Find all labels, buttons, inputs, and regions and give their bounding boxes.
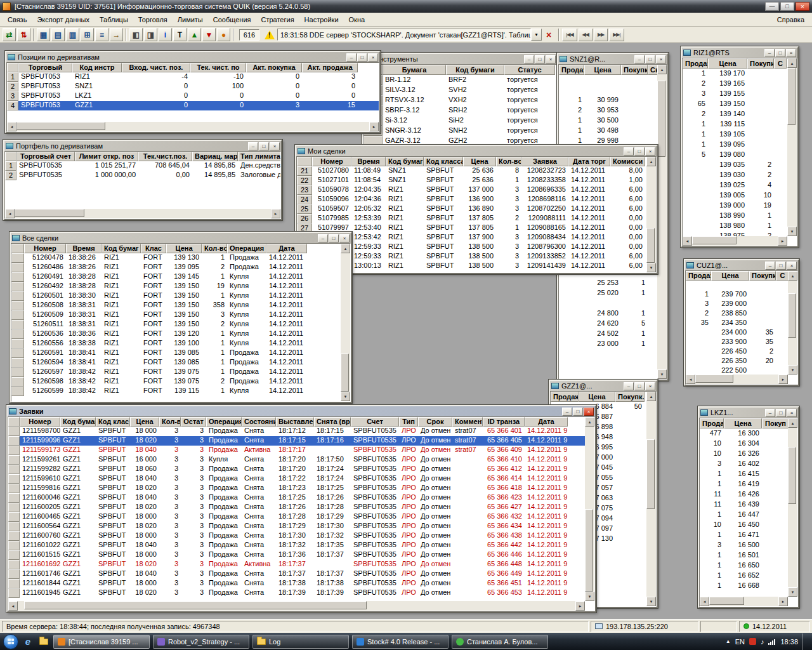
vertical-scrollbar[interactable]: ▴ ▾	[657, 65, 667, 379]
maximize-button[interactable]: □	[259, 142, 269, 150]
alert-dropdown-button[interactable]: ▾	[531, 29, 542, 41]
column-header[interactable]: Тип	[399, 417, 418, 427]
minimize-button[interactable]: –	[248, 142, 258, 150]
column-header[interactable]: Операция	[206, 417, 242, 427]
column-header[interactable]: Кол-в	[159, 417, 181, 427]
table-row[interactable]: 316 402	[700, 459, 788, 469]
column-header[interactable]: Заявка	[521, 157, 568, 166]
taskbar-button-quik[interactable]: [Стаснислав 39159 ...	[53, 635, 150, 649]
table-row[interactable]: 116 447	[700, 510, 788, 520]
column-header[interactable]: Покупк.	[615, 392, 645, 402]
maximize-button[interactable]: □	[329, 234, 339, 242]
table-row[interactable]: 1SPBFUT05351 015 251,77708 645,0414 895,…	[5, 161, 280, 171]
column-header[interactable]: Цена	[130, 417, 159, 427]
table-row[interactable]: 24 6205	[559, 319, 657, 329]
horizontal-scrollbar[interactable]: ◂ ▸	[8, 601, 585, 611]
scroll-right-button[interactable]: ▸	[778, 597, 788, 606]
table-row[interactable]: 1211600760GZZ1SPBFUT18 00033ПродажаСнята…	[8, 531, 585, 541]
menu-connection[interactable]: Связь	[3, 14, 32, 25]
window-titlebar[interactable]: GZZ1@... – □ ×	[550, 381, 657, 391]
table-row[interactable]: 5126050918:38:31RIZ1FORT139 1503Купля14.…	[11, 310, 341, 320]
menu-limits[interactable]: Лимиты	[173, 14, 208, 25]
chart-icon[interactable]: ◨	[144, 28, 157, 41]
table-row[interactable]: 5126049218:38:28RIZ1FORT139 15019Купля14…	[11, 282, 341, 291]
table-row[interactable]: 1211601945GZZ1SPBFUT18 02033ПродажаСнята…	[8, 588, 585, 598]
nav-last-button[interactable]: ▶▶|	[609, 29, 624, 41]
network-icon[interactable]	[768, 639, 776, 645]
close-button[interactable]: ×	[368, 53, 378, 62]
table-row[interactable]	[559, 349, 657, 359]
scroll-right-button[interactable]: ▸	[369, 122, 379, 131]
nav-first-button[interactable]: |◀◀	[562, 29, 577, 41]
table-row[interactable]: 5126059718:38:42RIZ1FORT139 0751Продажа1…	[11, 368, 341, 377]
maximize-button[interactable]: □	[776, 409, 786, 417]
scroll-left-button[interactable]: ◂	[686, 375, 695, 384]
scroll-down-button[interactable]: ▾	[657, 369, 667, 379]
print-icon[interactable]: ◧	[129, 28, 143, 41]
vertical-scrollbar[interactable]: ▴ ▾	[787, 58, 797, 236]
table-row[interactable]: 5139 080	[683, 150, 787, 160]
table-row[interactable]: 1SPBFUT053RIZ1-4-1003	[7, 72, 379, 82]
minimize-button[interactable]: –	[624, 147, 634, 156]
column-header[interactable]: Цена	[463, 157, 496, 166]
horizontal-scrollbar[interactable]: ◂ ▸	[700, 597, 788, 606]
table-row[interactable]: 1211599816GZZ1SPBFUT18 02033ПродажаСнята…	[8, 484, 585, 493]
table-row[interactable]: 130 498	[559, 126, 657, 136]
taskbar-button-robot[interactable]: Robot_v2_Strategy - ...	[153, 635, 249, 649]
column-header[interactable]: Код клас	[96, 417, 130, 427]
scroll-up-button[interactable]: ▴	[646, 157, 656, 166]
scroll-up-button[interactable]: ▴	[585, 417, 594, 427]
table-row[interactable]: 139 00019	[683, 201, 787, 211]
column-header[interactable]: Цена	[711, 271, 749, 281]
window-titlebar[interactable]: Мои сделки – □ ×	[296, 146, 657, 156]
scroll-left-button[interactable]: ◂	[8, 601, 18, 611]
table-row[interactable]: 1139 105	[683, 129, 787, 140]
table-row[interactable]: 5126050818:38:31RIZ1FORT139 150358Купля1…	[11, 301, 341, 310]
table-row[interactable]: 222 500	[686, 366, 788, 375]
table-row[interactable]	[559, 369, 657, 379]
table-row[interactable]: 1211600465GZZ1SPBFUT18 00033ПродажаСнята…	[8, 512, 585, 522]
column-header[interactable]: ID транза	[483, 417, 525, 427]
table-row[interactable]	[559, 298, 657, 308]
table-row[interactable]: 1211600564GZZ1SPBFUT18 02033ПродажаСнята…	[8, 522, 585, 531]
scroll-right-button[interactable]: ▸	[271, 209, 280, 218]
column-header[interactable]: Коммент	[452, 417, 483, 427]
column-header[interactable]: Счет	[351, 417, 399, 427]
volume-icon[interactable]: ♪	[761, 638, 764, 646]
column-header[interactable]: Код бумаги	[386, 157, 424, 166]
scroll-down-button[interactable]: ▾	[788, 365, 797, 375]
column-header[interactable]	[5, 152, 16, 161]
table-row[interactable]: 245105909612:04:36RIZ1SPBFUT136 90031208…	[297, 195, 646, 204]
language-indicator[interactable]: EN	[735, 638, 745, 646]
close-button[interactable]: ×	[656, 55, 666, 63]
scroll-left-button[interactable]: ◂	[7, 122, 16, 131]
table-row[interactable]: 1211598700GZZ1SPBFUT18 00033ПродажаСнята…	[8, 427, 585, 436]
table-row[interactable]: SNGR-3.12SNH2торгуется	[363, 126, 556, 136]
window-titlebar[interactable]: SNZ1@R... – □ ×	[558, 54, 667, 64]
table-row[interactable]: 235105907812:04:35RIZ1SPBFUT137 00031208…	[297, 185, 646, 195]
column-header[interactable]: Дата	[266, 244, 307, 253]
scroll-up-button[interactable]: ▴	[787, 58, 797, 68]
scroll-up-button[interactable]: ▴	[788, 271, 797, 281]
column-header[interactable]: Срок	[418, 417, 452, 427]
table-row[interactable]: 5126050118:38:30RIZ1FORT139 1501Купля14.…	[11, 291, 341, 301]
table-row[interactable]: 5126048618:38:26RIZ1FORT139 0952Продажа1…	[11, 263, 341, 272]
column-header[interactable]: Код инстр	[72, 63, 122, 72]
horizontal-scrollbar[interactable]: ◂ ▸	[686, 375, 788, 384]
column-header[interactable]: Время	[66, 244, 102, 253]
internet-explorer-icon[interactable]: e	[22, 635, 34, 649]
table-row[interactable]: 2139 140	[683, 109, 787, 119]
maximize-button[interactable]: □	[634, 382, 645, 390]
table-row[interactable]: SBRF-3.12SRH2торгуется	[363, 105, 556, 116]
table-row[interactable]: 1139 170	[683, 69, 787, 79]
minimize-button[interactable]: –	[318, 234, 328, 242]
column-header[interactable]: Торговый счет	[16, 152, 75, 161]
scroll-right-button[interactable]: ▸	[575, 601, 585, 611]
table-row[interactable]: 5126059818:38:42RIZ1FORT139 0752Продажа1…	[11, 377, 341, 387]
scroll-left-button[interactable]: ◂	[683, 236, 692, 246]
column-header[interactable]: Кол-во	[202, 244, 227, 253]
table-row[interactable]: RTSVX-3.12VXH2торгуется	[363, 95, 556, 105]
app-maximize-button[interactable]: □	[780, 2, 794, 11]
column-header[interactable]: Бумага	[383, 65, 446, 75]
table-row[interactable]: 1211600046GZZ1SPBFUT18 04033ПродажаСнята…	[8, 493, 585, 503]
